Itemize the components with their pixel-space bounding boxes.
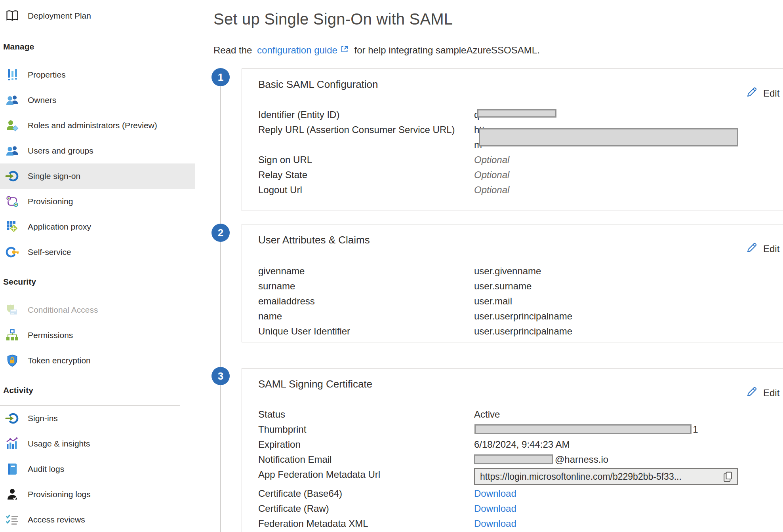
intro-prefix: Read the — [213, 45, 255, 56]
copy-icon[interactable] — [722, 471, 733, 483]
row-value-redacted: htt m — [474, 122, 772, 152]
download-certificate-base64-link[interactable]: Download — [474, 488, 516, 499]
main-content: Set up Single Sign-On with SAML Read the… — [195, 0, 783, 532]
claim-value: user.surname — [474, 279, 772, 294]
sidebar-item-label: Single sign-on — [28, 171, 80, 181]
claim-name: givenname — [258, 264, 474, 279]
edit-label: Edit — [763, 243, 779, 255]
sidebar-item-roles-administrators[interactable]: Roles and administrators (Preview) — [0, 113, 195, 138]
expiration-value: 6/18/2024, 9:44:23 AM — [474, 437, 772, 452]
sidebar-item-label: Deployment Plan — [28, 11, 91, 21]
sidebar-item-properties[interactable]: Properties — [0, 62, 195, 87]
row-label: Sign on URL — [258, 152, 474, 167]
sidebar-item-permissions[interactable]: Permissions — [0, 323, 195, 348]
sidebar-item-token-encryption[interactable]: Token encryption — [0, 348, 195, 373]
claim-name: surname — [258, 279, 474, 294]
row-value-optional: Optional — [474, 167, 772, 182]
row-label: App Federation Metadata Url — [258, 467, 474, 486]
row-certificate-raw: Certificate (Raw) Download — [258, 501, 772, 516]
row-label: Relay State — [258, 167, 474, 182]
row-name: name user.userprincipalname — [258, 309, 772, 324]
sidebar-item-label: Users and groups — [28, 146, 93, 156]
edit-label: Edit — [763, 88, 779, 99]
sidebar-item-single-sign-on[interactable]: Single sign-on — [0, 163, 195, 189]
sidebar-item-provisioning[interactable]: Provisioning — [0, 189, 195, 214]
step-connector-line — [220, 71, 221, 532]
row-sign-on-url: Sign on URL Optional — [258, 152, 772, 167]
claim-name: name — [258, 309, 474, 324]
row-certificate-base64: Certificate (Base64) Download — [258, 486, 772, 501]
row-label: Federation Metadata XML — [258, 516, 474, 531]
sidebar-item-application-proxy[interactable]: Application proxy — [0, 214, 195, 239]
edit-user-attributes-button[interactable]: Edit — [746, 242, 779, 256]
row-app-federation-metadata-url: App Federation Metadata Url https://logi… — [258, 467, 772, 486]
redaction-overlay — [474, 454, 553, 464]
sidebar-item-label: Audit logs — [28, 464, 64, 474]
row-status: Status Active — [258, 407, 772, 422]
sidebar-item-label: Access reviews — [28, 515, 85, 524]
metadata-url-value: https://login.microsoftonline.com/b229b2… — [480, 469, 682, 484]
row-label: Thumbprint — [258, 422, 474, 437]
metadata-url-field[interactable]: https://login.microsoftonline.com/b229b2… — [474, 468, 738, 485]
row-emailaddress: emailaddress user.mail — [258, 294, 772, 309]
metadata-url-cell: https://login.microsoftonline.com/b229b2… — [474, 467, 772, 486]
card-heading: SAML Signing Certificate — [258, 378, 372, 390]
sidebar-item-label: Sign-ins — [28, 414, 58, 423]
row-identifier-entity-id: Identifier (Entity ID) q — [258, 107, 772, 122]
sidebar-item-access-reviews[interactable]: Access reviews — [0, 507, 195, 532]
sidebar-item-audit-logs[interactable]: Audit logs — [0, 456, 195, 482]
step-badge-2: 2 — [211, 224, 230, 242]
row-value-redacted: r@harness.io — [474, 452, 772, 467]
sidebar-item-label: Usage & insights — [28, 439, 90, 448]
edit-basic-saml-button[interactable]: Edit — [746, 86, 779, 101]
sidebar-item-deployment-plan[interactable]: Deployment Plan — [0, 3, 195, 28]
sidebar-item-provisioning-logs[interactable]: Provisioning logs — [0, 482, 195, 507]
claim-value: user.mail — [474, 294, 772, 309]
claim-value: user.userprincipalname — [474, 309, 772, 324]
sidebar-item-label: Permissions — [28, 331, 73, 340]
usage-insights-icon — [5, 436, 20, 451]
card-heading: Basic SAML Configuration — [258, 78, 378, 91]
download-federation-metadata-xml-link[interactable]: Download — [474, 518, 516, 529]
sidebar-section-security: Security — [0, 265, 180, 297]
sidebar-item-users-and-groups[interactable]: Users and groups — [0, 138, 195, 163]
row-value-redacted: 21 — [474, 422, 772, 437]
access-reviews-icon — [5, 512, 20, 527]
claim-value: user.userprincipalname — [474, 324, 772, 339]
configuration-guide-link[interactable]: configuration guide — [257, 45, 337, 56]
sidebar-item-conditional-access[interactable]: Conditional Access — [0, 297, 195, 323]
redacted-value-fragment: @harness.io — [555, 454, 608, 465]
step-badge-1: 1 — [211, 68, 230, 86]
sidebar-item-label: Provisioning logs — [28, 490, 91, 499]
row-label: Certificate (Raw) — [258, 501, 474, 516]
row-label: Logout Url — [258, 182, 474, 198]
row-surname: surname user.surname — [258, 279, 772, 294]
sidebar-item-owners[interactable]: Owners — [0, 87, 195, 113]
sidebar-item-label: Roles and administrators (Preview) — [28, 121, 157, 130]
permissions-icon — [5, 328, 20, 343]
row-label: Reply URL (Assertion Consumer Service UR… — [258, 122, 474, 152]
sidebar-item-label: Conditional Access — [28, 305, 98, 315]
sidebar-item-self-service[interactable]: Self-service — [0, 239, 195, 265]
row-reply-url: Reply URL (Assertion Consumer Service UR… — [258, 122, 772, 152]
provisioning-logs-icon — [5, 487, 20, 502]
sidebar-item-usage-insights[interactable]: Usage & insights — [0, 431, 195, 456]
download-certificate-raw-link[interactable]: Download — [474, 503, 516, 514]
audit-logs-icon — [5, 462, 20, 477]
self-service-icon — [5, 245, 20, 260]
row-label: Status — [258, 407, 474, 422]
owners-icon — [5, 93, 20, 108]
sidebar: Deployment Plan Manage Properties Owners… — [0, 0, 195, 532]
sidebar-item-sign-ins[interactable]: Sign-ins — [0, 406, 195, 431]
single-sign-on-icon — [5, 169, 20, 184]
properties-icon — [5, 67, 20, 82]
basic-saml-configuration-card: Basic SAML Configuration Edit Identifier… — [242, 68, 783, 211]
redaction-overlay — [477, 109, 556, 118]
sidebar-item-label: Owners — [28, 95, 56, 105]
row-label: Certificate (Base64) — [258, 486, 474, 501]
claim-name: Unique User Identifier — [258, 324, 474, 339]
row-value-redacted: q — [474, 107, 772, 122]
row-unique-user-identifier: Unique User Identifier user.userprincipa… — [258, 324, 772, 339]
token-encryption-icon — [5, 353, 20, 368]
edit-signing-certificate-button[interactable]: Edit — [746, 386, 779, 400]
